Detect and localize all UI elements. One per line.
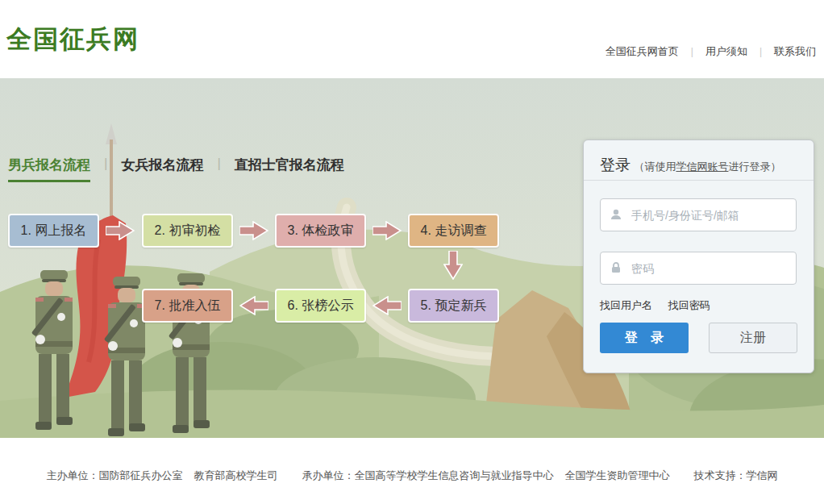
username-input[interactable] [600, 198, 797, 231]
flow-step-5: 5. 预定新兵 [408, 289, 499, 323]
password-field-wrap [600, 252, 797, 285]
xuexin-account-link[interactable]: 学信网账号 [676, 160, 728, 173]
arrow-left-icon [239, 296, 268, 315]
login-subtitle-prefix: （请使用 [634, 160, 676, 173]
footer-organizer-unit: 承办单位：全国高等学校学生信息咨询与就业指导中心 [302, 469, 554, 481]
register-button[interactable]: 注册 [709, 323, 797, 353]
arrow-right-icon [372, 221, 402, 240]
flow-step-4: 4. 走访调查 [408, 214, 499, 248]
nav-link-contact[interactable]: 联系我们 [774, 44, 816, 59]
footer-tech-support: 技术支持：学信网 [694, 469, 778, 481]
user-icon [610, 208, 622, 221]
login-title-row: 登录 （请使用学信网账号进行登录） [600, 155, 780, 176]
footer-text: 主办单位：国防部征兵办公室教育部高校学生司承办单位：全国高等学校学生信息咨询与就… [0, 438, 824, 483]
footer-organizer-unit-2: 全国学生资助管理中心 [565, 469, 670, 481]
arrow-down-icon [443, 251, 463, 280]
tab-female-enlist-flow[interactable]: 女兵报名流程 [121, 156, 203, 182]
hero-banner: 男兵报名流程 | 女兵报名流程 | 直招士官报名流程 1. 网上报名 2. 初审… [0, 78, 824, 438]
flow-step-3: 3. 体检政审 [275, 214, 366, 248]
site-logo[interactable]: 全国征兵网 [6, 23, 139, 56]
tab-nco-enlist-flow[interactable]: 直招士官报名流程 [235, 156, 344, 182]
login-links: 找回用户名 找回密码 [600, 298, 723, 313]
footer-host-unit: 主办单位：国防部征兵办公室 [47, 469, 183, 481]
flow-step-7: 7. 批准入伍 [142, 289, 233, 323]
login-title: 登录 [600, 156, 630, 173]
lock-icon [610, 261, 622, 274]
page-footer: 主办单位：国防部征兵办公室教育部高校学生司承办单位：全国高等学校学生信息咨询与就… [0, 438, 824, 504]
arrow-left-icon [372, 296, 402, 315]
footer-host-unit-2: 教育部高校学生司 [194, 469, 278, 481]
flow-step-1: 1. 网上报名 [8, 214, 99, 248]
tab-male-enlist-flow[interactable]: 男兵报名流程 [8, 156, 90, 182]
tab-divider: | [217, 156, 220, 172]
arrow-right-icon [239, 221, 268, 240]
pipe-divider: | [691, 46, 693, 57]
tab-divider: | [104, 156, 107, 172]
username-field-wrap [600, 198, 797, 231]
nav-link-user-notice[interactable]: 用户须知 [705, 44, 747, 59]
find-password-link[interactable]: 找回密码 [668, 299, 710, 311]
flow-step-6: 6. 张榜公示 [275, 289, 366, 323]
password-input[interactable] [600, 252, 797, 285]
find-username-link[interactable]: 找回用户名 [600, 299, 652, 311]
site-header: 全国征兵网 全国征兵网首页 | 用户须知 | 联系我们 [0, 0, 824, 78]
nav-link-home[interactable]: 全国征兵网首页 [606, 44, 679, 59]
login-button[interactable]: 登 录 [600, 323, 689, 353]
flow-step-2: 2. 初审初检 [142, 214, 233, 248]
pipe-divider: | [759, 46, 762, 57]
login-subtitle: （请使用学信网账号进行登录） [634, 160, 780, 173]
arrow-right-icon [106, 221, 135, 240]
login-divider [584, 180, 814, 181]
header-nav: 全国征兵网首页 | 用户须知 | 联系我们 [606, 44, 816, 59]
flow-tabs: 男兵报名流程 | 女兵报名流程 | 直招士官报名流程 [8, 156, 344, 182]
login-panel: 登录 （请使用学信网账号进行登录） 找回用户名 找回密码 登 录 注册 [583, 140, 814, 373]
login-subtitle-suffix: 进行登录） [728, 160, 780, 173]
